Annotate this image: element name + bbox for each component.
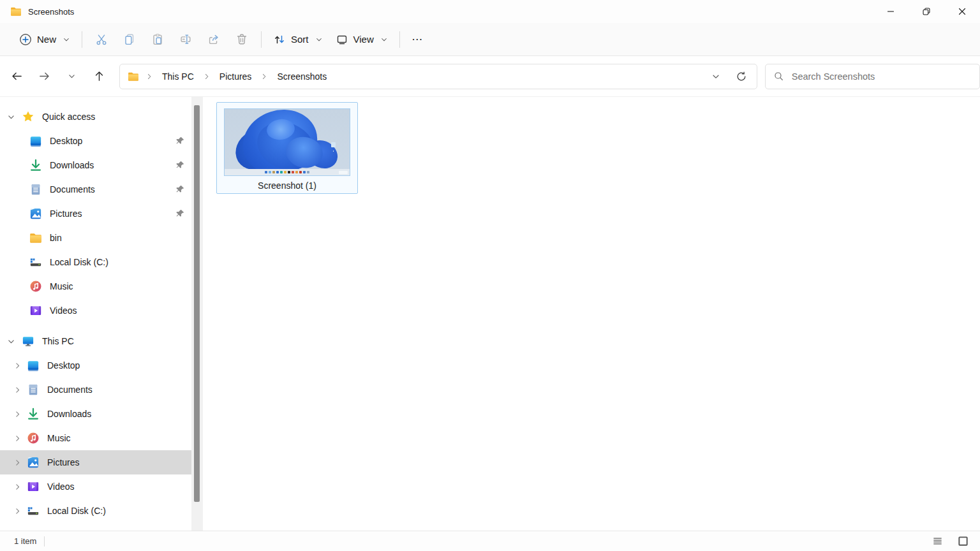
sidebar-item-thispc-music[interactable]: Music <box>0 426 191 450</box>
sidebar-item-label: Videos <box>47 481 75 492</box>
delete-button[interactable] <box>228 27 256 52</box>
trash-icon <box>235 33 249 47</box>
chevron-down-icon <box>63 36 70 43</box>
window-title: Screenshots <box>28 7 74 17</box>
sidebar-item-downloads[interactable]: Downloads <box>0 153 191 177</box>
minimize-button[interactable] <box>873 0 909 23</box>
refresh-button[interactable] <box>730 65 753 88</box>
share-button[interactable] <box>200 27 228 52</box>
toolbar-divider <box>82 31 82 48</box>
new-button[interactable]: New <box>13 29 77 50</box>
sidebar-item-label: Downloads <box>50 160 94 170</box>
search-input[interactable] <box>792 71 972 82</box>
scrollbar-thumb[interactable] <box>194 105 200 502</box>
chevron-down-icon[interactable] <box>6 337 15 346</box>
copy-icon <box>122 33 137 47</box>
sidebar-scrollbar[interactable] <box>191 97 203 531</box>
chevron-right-icon[interactable] <box>13 362 22 370</box>
cut-icon <box>94 33 108 47</box>
videos-icon <box>29 304 42 317</box>
address-bar[interactable]: This PC Pictures Screenshots <box>119 64 757 89</box>
chevron-right-icon[interactable] <box>13 507 22 515</box>
previous-locations-button[interactable] <box>704 65 727 88</box>
thumb-taskbar-icons <box>225 169 350 175</box>
sidebar-item-label: Documents <box>50 184 95 195</box>
sidebar-item-pictures[interactable]: Pictures <box>0 202 191 226</box>
view-toggle-group <box>929 534 971 549</box>
sidebar-item-thispc-desktop[interactable]: Desktop <box>0 353 191 378</box>
explorer-body: Quick access Desktop Downloads Documents… <box>0 97 980 531</box>
sidebar-section-this-pc[interactable]: This PC <box>0 329 191 353</box>
restore-button[interactable] <box>909 0 944 23</box>
window-controls <box>873 0 980 23</box>
star-icon <box>22 110 34 123</box>
file-list-area: Screenshot (1) <box>203 97 980 531</box>
plus-circle-icon <box>19 33 32 46</box>
chevron-right-icon[interactable] <box>13 459 22 467</box>
breadcrumb-item-this-pc[interactable]: This PC <box>157 68 199 85</box>
sidebar-item-label: Music <box>50 281 73 291</box>
pin-icon <box>175 160 185 170</box>
status-bar: 1 item <box>0 531 980 551</box>
chevron-down-icon[interactable] <box>6 113 15 121</box>
large-thumbnails-view-button[interactable] <box>954 534 971 549</box>
breadcrumb-item-pictures[interactable]: Pictures <box>214 68 257 85</box>
recent-locations-button[interactable] <box>60 65 83 88</box>
file-tile-screenshot-1[interactable]: Screenshot (1) <box>216 102 358 194</box>
sidebar-item-label: Downloads <box>47 409 91 419</box>
cut-button[interactable] <box>87 27 115 52</box>
search-icon <box>773 71 784 82</box>
sidebar-item-music[interactable]: Music <box>0 274 191 298</box>
sidebar-item-thispc-documents[interactable]: Documents <box>0 378 191 402</box>
minimize-icon <box>885 6 896 17</box>
item-count: 1 item <box>14 536 36 546</box>
copy-button[interactable] <box>115 27 144 52</box>
back-button[interactable] <box>5 65 28 88</box>
thumb-taskbar-dot <box>276 171 279 173</box>
breadcrumb-chevron-icon[interactable] <box>144 73 154 80</box>
sidebar-item-label: Local Disk (C:) <box>47 506 106 516</box>
back-arrow-icon <box>11 70 23 82</box>
view-button[interactable]: View <box>329 29 394 50</box>
chevron-down-icon <box>711 72 720 81</box>
paste-icon <box>151 33 165 47</box>
paste-button[interactable] <box>144 27 172 52</box>
thumb-taskbar-dot <box>265 171 267 173</box>
disk-icon <box>29 256 42 268</box>
sidebar-item-desktop[interactable]: Desktop <box>0 129 191 153</box>
thumb-taskbar-dot <box>303 171 306 173</box>
sidebar-item-local-disk[interactable]: Local Disk (C:) <box>0 250 191 274</box>
rename-button[interactable] <box>172 27 200 52</box>
thumb-taskbar-dot <box>269 171 271 173</box>
folder-icon <box>29 231 42 244</box>
nav-buttons <box>5 65 110 88</box>
sidebar-section-label: This PC <box>42 336 74 346</box>
sidebar-item-thispc-videos[interactable]: Videos <box>0 474 191 499</box>
chevron-right-icon[interactable] <box>13 483 22 491</box>
thumbnail-system-tray <box>339 171 348 174</box>
sidebar-item-thispc-downloads[interactable]: Downloads <box>0 402 191 426</box>
forward-button[interactable] <box>33 65 56 88</box>
breadcrumb-chevron-icon[interactable] <box>259 73 269 80</box>
address-actions <box>704 65 753 88</box>
sort-button[interactable]: Sort <box>267 29 329 50</box>
chevron-right-icon[interactable] <box>13 410 22 418</box>
sidebar-item-documents[interactable]: Documents <box>0 177 191 202</box>
sidebar-item-label: Desktop <box>50 136 82 146</box>
sidebar-section-quick-access[interactable]: Quick access <box>0 105 191 129</box>
breadcrumb-item-screenshots[interactable]: Screenshots <box>272 68 332 85</box>
up-button[interactable] <box>87 65 110 88</box>
title-bar: Screenshots <box>0 0 980 23</box>
see-more-button[interactable]: … <box>405 30 431 48</box>
chevron-right-icon[interactable] <box>13 434 22 443</box>
details-view-button[interactable] <box>929 534 946 549</box>
address-row: This PC Pictures Screenshots <box>0 56 980 97</box>
chevron-right-icon[interactable] <box>13 386 22 394</box>
sidebar-item-videos[interactable]: Videos <box>0 298 191 323</box>
sidebar-item-bin[interactable]: bin <box>0 226 191 250</box>
breadcrumb-chevron-icon[interactable] <box>202 73 212 80</box>
thumb-taskbar-dot <box>280 171 283 173</box>
close-button[interactable] <box>944 0 980 23</box>
sidebar-item-thispc-local-disk[interactable]: Local Disk (C:) <box>0 499 191 523</box>
sidebar-item-thispc-pictures[interactable]: Pictures <box>0 450 191 474</box>
